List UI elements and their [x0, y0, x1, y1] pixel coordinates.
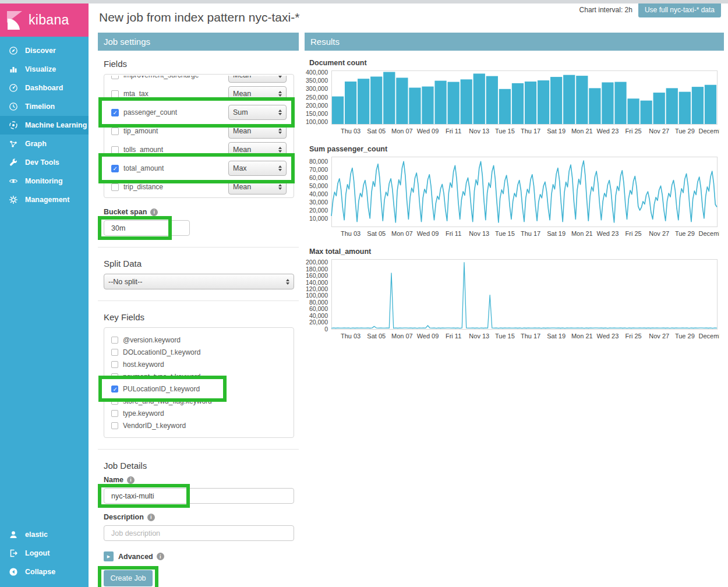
key-field-row-pulocationid-t-keyword: PULocationID_t.keyword [98, 376, 227, 402]
key-field-row-type-keyword: type.keyword [104, 407, 294, 419]
key-field-checkbox[interactable] [111, 386, 118, 392]
x-tick-label: Tue 15 [495, 230, 515, 237]
job-settings-header: Job settings [98, 33, 299, 51]
field-checkbox[interactable] [111, 128, 119, 135]
advanced-label: Advanced i [118, 553, 164, 561]
sidebar-item-graph[interactable]: Graph [0, 135, 89, 153]
x-tick-label: Sat 05 [367, 230, 386, 237]
bar [576, 76, 588, 124]
key-field-row-host-keyword: host.keyword [104, 358, 294, 370]
key-field-checkbox[interactable] [111, 337, 118, 344]
split-data-select[interactable]: --No split-- [104, 274, 294, 289]
y-tick-label: 10,000 [309, 215, 328, 222]
key-fields-list[interactable]: @version.keywordDOLocationID_t.keywordho… [104, 327, 294, 438]
bar [358, 79, 369, 124]
chart-max-total-amount: Max total_amount200,000180,000160,000140… [305, 247, 724, 343]
job-description-input[interactable] [104, 525, 294, 541]
sidebar-item-label: elastic [25, 531, 48, 539]
sidebar-footer-item-elastic[interactable]: elastic [0, 525, 89, 544]
bar [627, 98, 639, 124]
bar [448, 82, 460, 124]
field-checkbox[interactable] [111, 146, 119, 154]
collapse-icon [9, 567, 18, 577]
y-tick-label: 200,000 [306, 259, 328, 266]
job-settings-panel: Job settings Fields improvement_surcharg… [98, 33, 299, 586]
key-field-checkbox[interactable] [111, 361, 118, 368]
dev-tools-icon [9, 158, 18, 167]
create-job-button[interactable]: Create Job [104, 570, 153, 586]
x-tick-label: Thu 17 [521, 230, 540, 237]
kibana-logo[interactable]: kibana [0, 3, 89, 37]
agg-select[interactable]: Sum [228, 105, 287, 120]
bar [614, 82, 626, 124]
discover-icon [9, 46, 18, 55]
x-tick-label: Sat 05 [367, 333, 386, 340]
x-tick-label: Decemb [698, 128, 719, 135]
x-tick-label: Wed 23 [597, 333, 619, 340]
x-tick-label: Fri 25 [625, 333, 642, 340]
agg-select[interactable]: Max [228, 161, 287, 176]
info-icon: i [157, 553, 164, 560]
chart-title: Document count [309, 59, 724, 67]
bar [383, 72, 395, 124]
agg-select-value: Mean [233, 146, 251, 154]
fields-list[interactable]: improvement_surchargeMeanmta_taxMeanpass… [104, 74, 294, 198]
y-tick-label: 40,000 [309, 190, 328, 197]
bar [332, 97, 344, 124]
field-checkbox[interactable] [111, 90, 119, 98]
field-row-total-amount: total_amountMax [98, 153, 295, 183]
fields-heading: Fields [104, 59, 299, 69]
elastic-icon [9, 530, 18, 539]
sidebar-item-visualize[interactable]: Visualize [0, 60, 89, 79]
x-tick-label: Mon 21 [571, 128, 593, 135]
job-name-input[interactable] [104, 488, 294, 504]
x-tick-label: Fri 11 [446, 128, 461, 135]
x-tick-label: Nov 13 [469, 230, 489, 237]
sidebar-item-dashboard[interactable]: Dashboard [0, 79, 89, 97]
y-tick-label: 180,000 [306, 266, 328, 273]
field-checkbox[interactable] [111, 109, 119, 116]
graph-icon [9, 139, 18, 148]
bucket-span-input[interactable] [104, 220, 190, 236]
field-label: total_amount [123, 164, 164, 172]
bar [512, 83, 524, 124]
results-panel: Results Document count400,000350,000300,… [305, 33, 724, 349]
x-tick-label: Thu 03 [341, 128, 361, 135]
field-checkbox[interactable] [111, 183, 119, 191]
sidebar-item-timelion[interactable]: Timelion [0, 97, 89, 116]
monitoring-icon [9, 176, 18, 186]
bar [370, 77, 382, 124]
y-tick-label: 140,000 [306, 279, 328, 286]
chart-sum-passenger-count: Sum passenger_count80,00070,00060,00050,… [305, 145, 724, 241]
sidebar-item-management[interactable]: Management [0, 190, 89, 209]
sidebar-item-monitoring[interactable]: Monitoring [0, 172, 89, 190]
y-tick-label: 60,000 [309, 305, 328, 312]
sidebar-item-dev-tools[interactable]: Dev Tools [0, 153, 89, 172]
sidebar-item-label: Dashboard [25, 84, 63, 92]
y-tick-label: 70,000 [309, 166, 328, 173]
bar [563, 75, 575, 124]
key-field-checkbox[interactable] [111, 410, 118, 417]
field-checkbox[interactable] [111, 165, 119, 172]
x-tick-label: Sat 19 [547, 230, 566, 237]
sidebar-footer-item-logout[interactable]: Logout [0, 544, 89, 563]
description-label: Description i [104, 513, 299, 521]
bar [434, 81, 446, 124]
x-tick-label: Fri 25 [625, 230, 642, 237]
x-tick-label: Mon 07 [391, 230, 413, 237]
field-checkbox[interactable] [111, 76, 119, 79]
x-tick-label: Mon 07 [391, 333, 413, 340]
advanced-expand-button[interactable]: ▶ [104, 551, 114, 561]
use-full-data-button[interactable]: Use full nyc-taxi-* data [638, 2, 721, 17]
sidebar-item-discover[interactable]: Discover [0, 41, 89, 60]
sidebar-footer-item-collapse[interactable]: Collapse [0, 563, 89, 581]
x-tick-label: Sat 19 [547, 333, 566, 340]
info-icon: i [150, 208, 158, 216]
key-field-checkbox[interactable] [111, 349, 118, 356]
agg-select[interactable]: Mean [228, 76, 287, 83]
key-field-row-version-keyword: @version.keyword [104, 334, 294, 346]
key-field-checkbox[interactable] [111, 422, 118, 429]
sidebar-item-machine-learning[interactable]: Machine Learning [0, 116, 89, 135]
select-arrows-icon [278, 76, 282, 78]
key-field-label: VendorID_t.keyword [123, 422, 186, 430]
